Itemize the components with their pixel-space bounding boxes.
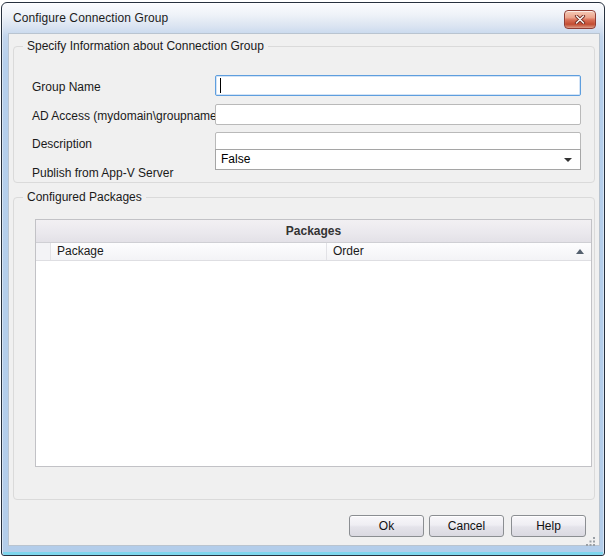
dialog-window: Configure Connection Group Specify Infor…	[1, 2, 605, 556]
group-name-input[interactable]	[215, 75, 581, 96]
column-header-order-label: Order	[333, 244, 364, 258]
dialog-body: Specify Information about Connection Gro…	[8, 33, 600, 546]
packages-table-header-row: Package Order	[36, 243, 591, 261]
column-header-package[interactable]: Package	[51, 243, 327, 260]
close-icon	[574, 15, 586, 24]
close-button[interactable]	[564, 10, 596, 29]
group-name-label: Group Name	[32, 80, 101, 94]
ad-access-label: AD Access (mydomain\groupname)	[32, 109, 221, 123]
publish-select-value: False	[221, 152, 250, 166]
group-configured-packages: Configured Packages Packages Package Ord…	[13, 197, 595, 500]
packages-table: Packages Package Order	[35, 219, 592, 467]
help-button[interactable]: Help	[511, 515, 586, 537]
row-selector-header	[36, 243, 51, 260]
group-specify-title: Specify Information about Connection Gro…	[23, 39, 268, 53]
description-label: Description	[32, 137, 92, 151]
publish-select[interactable]: False	[215, 149, 581, 170]
packages-table-body	[36, 261, 591, 466]
ok-button[interactable]: Ok	[349, 515, 424, 537]
group-specify-information: Specify Information about Connection Gro…	[13, 46, 595, 183]
text-cursor	[220, 78, 221, 93]
ad-access-input[interactable]	[215, 104, 581, 125]
resize-grip-icon[interactable]	[586, 532, 596, 542]
window-title: Configure Connection Group	[13, 11, 168, 25]
sort-ascending-icon	[576, 249, 584, 254]
packages-table-caption: Packages	[36, 220, 591, 243]
group-packages-title: Configured Packages	[23, 190, 146, 204]
cancel-button[interactable]: Cancel	[429, 515, 504, 537]
titlebar[interactable]: Configure Connection Group	[2, 3, 604, 33]
chevron-down-icon	[564, 158, 572, 162]
publish-label: Publish from App-V Server	[32, 166, 173, 180]
column-header-order[interactable]: Order	[327, 243, 591, 260]
